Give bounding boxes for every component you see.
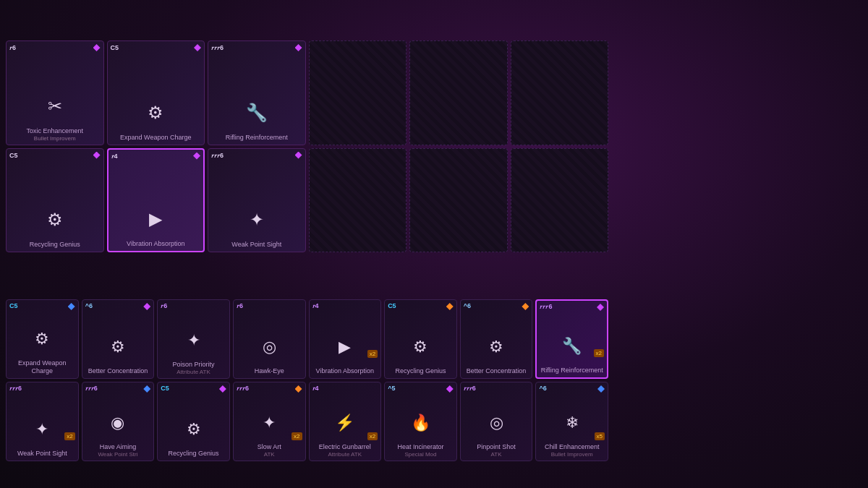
avail-icon-14: ◎ xyxy=(479,406,514,440)
available-module-14[interactable]: 𝑟𝑟𝑟6 ◎ Pinpoint Shot ATK xyxy=(460,382,533,461)
available-module-5[interactable]: C5 ⚙ Recycling Genius xyxy=(384,299,457,379)
avail-icon-15: ❄ xyxy=(555,406,590,440)
available-module-4[interactable]: 𝑟4 x2 ▶ Vibration Absorption xyxy=(309,299,382,379)
avail-tier-2: 𝑟6 xyxy=(161,302,167,310)
avail-icon-13: 🔥 xyxy=(403,406,438,440)
equipped-module-10[interactable] xyxy=(409,148,508,253)
module-name-2: Rifling Reinforcement xyxy=(226,134,288,142)
avail-tier-9: 𝑟𝑟𝑟6 xyxy=(85,385,98,393)
equipped-module-1[interactable]: C5 ⚙ Expand Weapon Charge xyxy=(107,40,205,145)
avail-name-8: Weak Point Sight xyxy=(17,450,67,458)
module-name-0: Toxic Enhancement xyxy=(26,127,83,135)
xbadge-4: x2 xyxy=(367,350,378,358)
avail-icon-11: ✦ xyxy=(252,406,286,440)
avail-name-12: Electric Gunbarrel xyxy=(319,443,371,451)
module-icon-6: ⚙ xyxy=(37,202,73,238)
avail-tier-5: C5 xyxy=(388,302,396,309)
main-container: Setting 1 Setting 2 Setting 3 𝑟6 ✂ Toxic… xyxy=(0,0,868,488)
avail-name-3: Hawk-Eye xyxy=(255,367,284,375)
module-tier-1: C5 xyxy=(111,44,119,51)
module-icon-0: ✂ xyxy=(37,88,73,124)
available-module-3[interactable]: 𝑟6 ◎ Hawk-Eye xyxy=(233,299,306,379)
xbadge-11: x2 xyxy=(292,432,302,440)
xbadge-12: x2 xyxy=(367,432,378,440)
equipped-module-4[interactable] xyxy=(409,40,508,145)
module-name-7: Vibration Absorption xyxy=(127,240,184,248)
xbadge-8: x2 xyxy=(64,432,75,440)
avail-name-10: Recycling Genius xyxy=(169,450,219,458)
available-module-9[interactable]: 𝑟𝑟𝑟6 ◉ Have Aiming Weak Point Stri xyxy=(82,382,155,461)
avail-tier-10: C5 xyxy=(161,385,169,392)
avail-sub-9: Weak Point Stri xyxy=(98,451,137,458)
module-icon-1: ⚙ xyxy=(137,95,174,131)
avail-icon-7: 🔧 xyxy=(555,329,590,364)
equipped-module-6[interactable]: C5 ⚙ Recycling Genius xyxy=(6,148,104,253)
avail-tier-15: ^6 xyxy=(539,385,546,392)
equipped-module-0[interactable]: 𝑟6 ✂ Toxic Enhancement Bullet Improvem xyxy=(6,40,104,145)
module-icon-7: ▶ xyxy=(137,201,174,237)
available-module-1[interactable]: ^6 ⚙ Better Concentration xyxy=(82,299,155,379)
available-module-12[interactable]: 𝑟4 x2 ⚡ Electric Gunbarrel Attribute ATK xyxy=(309,382,382,461)
avail-name-7: Rifling Reinforcement xyxy=(541,367,603,374)
avail-name-4: Vibration Absorption xyxy=(316,367,374,375)
avail-tier-7: 𝑟𝑟𝑟6 xyxy=(540,303,552,311)
available-module-6[interactable]: ^6 ⚙ Better Concentration xyxy=(460,299,533,379)
available-module-13[interactable]: ^5 🔥 Heat Incinerator Special Mod xyxy=(384,382,457,461)
avail-icon-9: ◉ xyxy=(101,406,135,440)
avail-icon-8: ✦ xyxy=(25,412,59,447)
avail-tier-14: 𝑟𝑟𝑟6 xyxy=(464,385,476,393)
available-module-11[interactable]: 𝑟𝑟𝑟6 x2 ✦ Slow Art ATK xyxy=(233,382,306,461)
available-module-0[interactable]: C5 ⚙ Expand Weapon Charge xyxy=(6,299,79,379)
available-module-8[interactable]: 𝑟𝑟𝑟6 x2 ✦ Weak Point Sight xyxy=(6,382,79,461)
avail-sub-12: Attribute ATK xyxy=(328,451,362,458)
avail-tier-3: 𝑟6 xyxy=(237,302,243,310)
available-module-2[interactable]: 𝑟6 ✦ Poison Priority Attribute ATK xyxy=(157,299,230,379)
equipped-module-5[interactable] xyxy=(511,40,609,145)
avail-name-5: Recycling Genius xyxy=(395,367,446,375)
module-icon-8: ✦ xyxy=(239,202,275,238)
avail-sub-15: Bullet Improvem xyxy=(551,451,593,458)
module-icon-2: 🔧 xyxy=(239,95,275,131)
avail-tier-11: 𝑟𝑟𝑟6 xyxy=(237,385,249,393)
avail-tier-0: C5 xyxy=(9,302,18,309)
avail-name-14: Pinpoint Shot xyxy=(477,443,516,451)
avail-name-0: Expand Weapon Charge xyxy=(8,359,77,375)
available-module-10[interactable]: C5 ⚙ Recycling Genius xyxy=(157,382,230,461)
avail-sub-11: ATK xyxy=(264,451,275,458)
module-name-8: Weak Point Sight xyxy=(231,241,281,249)
module-tier-8: 𝑟𝑟𝑟6 xyxy=(211,152,224,160)
avail-tier-6: ^6 xyxy=(464,302,471,309)
available-module-15[interactable]: ^6 x5 ❄ Chill Enhancement Bullet Improve… xyxy=(535,382,608,461)
avail-icon-5: ⚙ xyxy=(403,330,438,364)
avail-icon-10: ⚙ xyxy=(176,412,211,447)
module-tier-2: 𝑟𝑟𝑟6 xyxy=(211,44,224,52)
equipped-module-8[interactable]: 𝑟𝑟𝑟6 ✦ Weak Point Sight xyxy=(208,148,306,253)
avail-sub-13: Special Mod xyxy=(404,451,436,458)
avail-icon-4: ▶ xyxy=(328,330,362,364)
module-tier-6: C5 xyxy=(9,152,18,159)
avail-icon-6: ⚙ xyxy=(479,330,514,364)
avail-tier-12: 𝑟4 xyxy=(312,385,319,393)
avail-name-2: Poison Priority xyxy=(173,361,215,369)
equipped-module-3[interactable] xyxy=(309,40,407,145)
available-module-7[interactable]: 𝑟𝑟𝑟6 x2 🔧 Rifling Reinforcement xyxy=(535,299,608,379)
avail-sub-2: Attribute ATK xyxy=(176,369,210,375)
module-tier-7: 𝑟4 xyxy=(111,153,118,160)
avail-sub-14: ATK xyxy=(491,451,502,458)
equipped-module-2[interactable]: 𝑟𝑟𝑟6 🔧 Rifling Reinforcement xyxy=(208,40,306,145)
avail-tier-8: 𝑟𝑟𝑟6 xyxy=(9,385,22,393)
avail-name-1: Better Concentration xyxy=(88,367,148,375)
avail-tier-4: 𝑟4 xyxy=(312,302,319,310)
avail-name-13: Heat Incinerator xyxy=(397,443,443,451)
module-name-1: Expand Weapon Charge xyxy=(120,134,191,142)
avail-icon-3: ◎ xyxy=(252,330,286,364)
avail-icon-0: ⚙ xyxy=(25,322,59,356)
xbadge-15: x5 xyxy=(595,432,605,440)
xbadge-7: x2 xyxy=(594,349,604,357)
avail-name-15: Chill Enhancement xyxy=(545,443,600,451)
equipped-module-11[interactable] xyxy=(511,148,609,253)
avail-icon-12: ⚡ xyxy=(328,406,362,440)
equipped-module-9[interactable] xyxy=(309,148,407,253)
equipped-module-7[interactable]: 𝑟4 ▶ Vibration Absorption xyxy=(107,148,205,253)
avail-icon-1: ⚙ xyxy=(101,330,135,364)
